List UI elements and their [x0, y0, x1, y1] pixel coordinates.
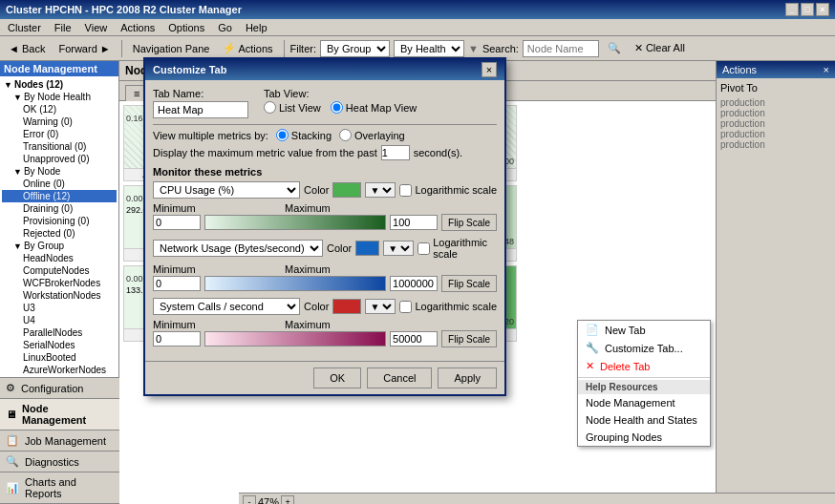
customize-icon: 🔧 — [586, 342, 599, 354]
max-label-cpu: Maximum — [285, 202, 332, 214]
flip-cpu-button[interactable]: Flip Scale — [441, 214, 497, 231]
context-menu: 📄 New Tab 🔧 Customize Tab... ✕ Delete Ta… — [577, 320, 711, 447]
delete-icon: ✕ — [586, 360, 594, 372]
color-dropdown-net[interactable]: ▼ — [383, 241, 414, 256]
radio-stacking[interactable]: Stacking — [276, 129, 332, 141]
minmax-inputs-net: Flip Scale — [153, 275, 497, 292]
view-multiple-label: View multiple metrics by: — [153, 130, 268, 141]
min-label-sys: Minimum — [153, 319, 201, 330]
seconds-label: second(s). — [414, 147, 462, 158]
ctx-sep1 — [578, 377, 710, 378]
log-scale-net[interactable]: Logarithmic scale — [418, 237, 497, 260]
metric-sys-group: System Calls / second Color ▼ Logarithmi… — [153, 298, 497, 347]
ctx-customize-tab[interactable]: 🔧 Customize Tab... — [578, 339, 710, 357]
min-input-sys[interactable] — [153, 331, 201, 346]
customize-dialog: Customize Tab × Tab Name: Tab View: List… — [143, 57, 506, 396]
ctx-new-tab[interactable]: 📄 New Tab — [578, 321, 710, 339]
dialog-title-label: Customize Tab — [153, 64, 226, 75]
color-label-net: Color — [327, 242, 352, 254]
radio-heatmap-view[interactable]: Heat Map View — [331, 101, 417, 114]
max-label-sys: Maximum — [285, 319, 332, 330]
min-input-cpu[interactable] — [153, 215, 201, 230]
ctx-delete-tab[interactable]: ✕ Delete Tab — [578, 357, 710, 375]
radio-list-view[interactable]: List View — [264, 101, 321, 114]
color-box-cpu[interactable] — [332, 182, 361, 198]
max-input-cpu[interactable] — [390, 215, 438, 230]
max-label-net: Maximum — [285, 263, 332, 275]
min-input-net[interactable] — [153, 276, 201, 291]
display-max-label: Display the maximum metric value from th… — [153, 147, 377, 158]
metric-net-select[interactable]: Network Usage (Bytes/second) — [153, 240, 323, 257]
color-dropdown-cpu[interactable]: ▼ — [365, 182, 396, 198]
flip-net-button[interactable]: Flip Scale — [441, 275, 497, 292]
monitor-label: Monitor these metrics — [153, 166, 497, 178]
log-scale-sys[interactable]: Logarithmic scale — [399, 301, 497, 313]
tab-name-input[interactable] — [153, 101, 248, 118]
metric-net-group: Network Usage (Bytes/second) Color ▼ Log… — [153, 237, 497, 292]
radio-overlaying[interactable]: Overlaying — [339, 129, 405, 141]
minmax-inputs-sys: Flip Scale — [153, 330, 497, 347]
dialog-content: Tab Name: Tab View: List View Heat Map V… — [145, 80, 504, 361]
display-max-row: Display the maximum metric value from th… — [153, 145, 497, 160]
color-dropdown-sys[interactable]: ▼ — [365, 299, 396, 314]
max-input-sys[interactable] — [390, 331, 438, 346]
tab-name-group: Tab Name: — [153, 88, 248, 118]
ctx-node-mgmt[interactable]: Node Management — [578, 394, 710, 411]
ctx-help-section: Help Resources — [578, 380, 710, 394]
metric-net-row: Network Usage (Bytes/second) Color ▼ Log… — [153, 237, 497, 260]
gradient-cpu — [204, 215, 386, 230]
dialog-top-row: Tab Name: Tab View: List View Heat Map V… — [153, 88, 497, 118]
color-label-cpu: Color — [304, 184, 329, 196]
minmax-cpu: Minimum Maximum — [153, 202, 497, 214]
gradient-net — [204, 276, 386, 291]
dialog-sep1 — [153, 124, 497, 125]
tab-name-label: Tab Name: — [153, 88, 248, 99]
gradient-sys — [204, 331, 386, 346]
new-tab-icon: 📄 — [586, 324, 599, 336]
ctx-node-health[interactable]: Node Health and States — [578, 411, 710, 429]
dialog-footer: OK Cancel Apply — [145, 361, 504, 394]
display-max-input[interactable] — [381, 145, 410, 160]
color-box-sys[interactable] — [332, 299, 361, 314]
ok-button[interactable]: OK — [313, 368, 361, 388]
metric-sys-row: System Calls / second Color ▼ Logarithmi… — [153, 298, 497, 315]
view-multiple-row: View multiple metrics by: Stacking Overl… — [153, 129, 497, 141]
metric-cpu-select[interactable]: CPU Usage (%) — [153, 181, 300, 199]
flip-sys-button[interactable]: Flip Scale — [441, 330, 497, 347]
dialog-title: Customize Tab × — [145, 59, 504, 80]
minmax-sys-labels: Minimum Maximum — [153, 319, 497, 330]
max-input-net[interactable] — [390, 276, 438, 291]
color-label-sys: Color — [304, 301, 329, 312]
tab-view-radios: List View Heat Map View — [264, 101, 417, 114]
minmax-net-labels: Minimum Maximum — [153, 263, 497, 275]
minmax-inputs-cpu: Flip Scale — [153, 214, 497, 231]
color-box-net[interactable] — [355, 241, 379, 256]
ctx-grouping-nodes[interactable]: Grouping Nodes — [578, 429, 710, 446]
min-label-cpu: Minimum — [153, 202, 201, 214]
metric-sys-select[interactable]: System Calls / second — [153, 298, 300, 315]
dialog-close-button[interactable]: × — [482, 62, 497, 77]
metric-cpu-row: CPU Usage (%) Color ▼ Logarithmic scale — [153, 181, 497, 199]
cancel-button[interactable]: Cancel — [367, 368, 432, 388]
tab-view-group: Tab View: List View Heat Map View — [264, 88, 417, 118]
apply-button[interactable]: Apply — [438, 368, 497, 388]
metric-cpu-group: CPU Usage (%) Color ▼ Logarithmic scale … — [153, 181, 497, 231]
tab-view-label: Tab View: — [264, 88, 417, 99]
min-label-net: Minimum — [153, 263, 201, 275]
log-scale-cpu[interactable]: Logarithmic scale — [399, 184, 497, 197]
